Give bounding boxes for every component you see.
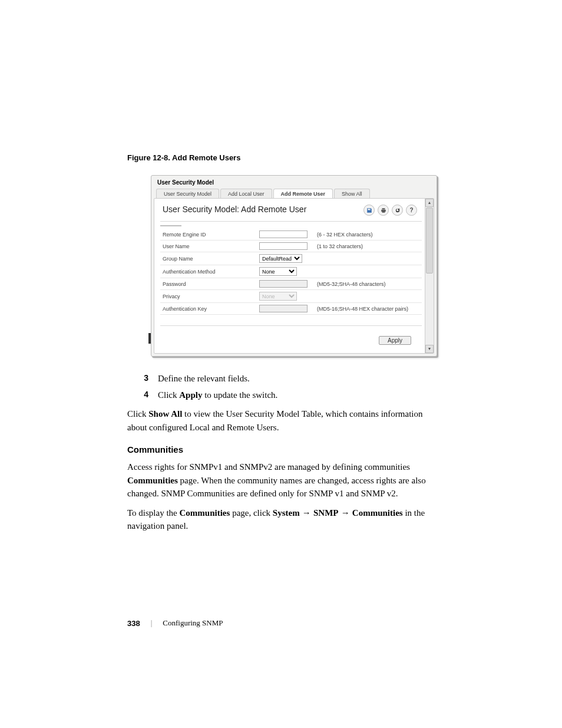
step-3-text: Define the relevant fields.	[158, 372, 250, 386]
communities-p2-b2: System	[273, 508, 300, 518]
page-heading: User Security Model: Add Remote User	[163, 205, 306, 214]
tab-user-security-model[interactable]: User Security Model	[156, 189, 219, 199]
row-group-name: Group Name DefaultRead	[160, 252, 422, 265]
step-3: 3 Define the relevant fields.	[127, 372, 435, 386]
apply-button[interactable]: Apply	[379, 336, 411, 345]
communities-p1-pre: Access rights for SNMPv1 and SNMPv2 are …	[127, 462, 410, 472]
after-steps-bold: Show All	[148, 409, 182, 419]
content-pane: ▴ ▾ User Security Model: Add Remote User	[154, 198, 434, 354]
label-privacy: Privacy	[160, 290, 257, 303]
row-remote-engine-id: Remote Engine ID (6 - 32 HEX characters)	[160, 229, 422, 241]
short-divider	[160, 225, 181, 226]
communities-p2-b1: Communities	[180, 508, 230, 518]
after-steps-para: Click Show All to view the User Security…	[127, 407, 435, 434]
save-icon[interactable]	[363, 205, 375, 216]
label-auth-key: Authentication Key	[160, 303, 257, 315]
page-footer: 338 | Configuring SNMP	[127, 618, 223, 628]
communities-p2-b4: Communities	[352, 508, 403, 518]
hint-remote-engine-id: (6 - 32 HEX characters)	[315, 229, 422, 241]
communities-p1-bold: Communities	[127, 476, 178, 485]
input-user-name[interactable]	[259, 242, 308, 250]
chevron-up-icon: ▴	[428, 200, 431, 205]
label-remote-engine-id: Remote Engine ID	[160, 229, 257, 241]
select-group-name[interactable]: DefaultRead	[259, 254, 302, 263]
label-group-name: Group Name	[160, 252, 257, 265]
screenshot: User Security Model User Security Model …	[151, 175, 438, 358]
input-auth-key[interactable]	[259, 305, 308, 312]
chapter-title: Configuring SNMP	[163, 618, 223, 628]
hint-password: (MD5-32;SHA-48 characters)	[315, 278, 422, 290]
toolbar: ?	[363, 205, 417, 216]
pane-inner: User Security Model: Add Remote User	[160, 203, 422, 348]
hint-auth-key: (MD5-16;SHA-48 HEX character pairs)	[315, 303, 422, 315]
communities-heading: Communities	[127, 444, 435, 454]
divider	[160, 325, 422, 326]
print-icon[interactable]	[378, 205, 389, 216]
page-number: 338	[127, 619, 140, 628]
chevron-down-icon: ▾	[428, 347, 431, 351]
refresh-icon[interactable]	[392, 205, 403, 216]
screenshot-panel: User Security Model User Security Model …	[151, 175, 437, 357]
communities-p2-mid1: page, click	[230, 508, 272, 518]
row-password: Password (MD5-32;SHA-48 characters)	[160, 278, 422, 290]
tab-add-local-user[interactable]: Add Local User	[220, 189, 272, 199]
steps: 3 Define the relevant fields. 4 Click Ap…	[127, 372, 435, 401]
select-privacy: None	[259, 292, 297, 301]
step-4: 4 Click Apply to update the switch.	[127, 388, 435, 402]
apply-bar: Apply	[379, 336, 411, 345]
footer-separator: |	[151, 618, 153, 628]
divider	[160, 221, 422, 222]
scroll-down-button[interactable]: ▾	[425, 345, 434, 353]
row-user-name: User Name (1 to 32 characters)	[160, 241, 422, 252]
tab-add-remote-user[interactable]: Add Remote User	[273, 189, 333, 199]
communities-para-2: To display the Communities page, click S…	[127, 506, 435, 533]
input-password[interactable]	[259, 280, 308, 288]
communities-p2-pre: To display the	[127, 508, 180, 518]
step-4-post: to update the switch.	[202, 390, 277, 400]
communities-p2-b3: SNMP	[313, 508, 339, 518]
form-table: Remote Engine ID (6 - 32 HEX characters)…	[160, 229, 422, 315]
help-icon[interactable]: ?	[406, 205, 417, 216]
input-remote-engine-id[interactable]	[259, 230, 308, 238]
row-auth-key: Authentication Key (MD5-16;SHA-48 HEX ch…	[160, 303, 422, 315]
tab-show-all[interactable]: Show All	[334, 189, 370, 199]
step-3-number: 3	[127, 372, 158, 386]
row-privacy: Privacy None	[160, 290, 422, 303]
label-password: Password	[160, 278, 257, 290]
communities-para-1: Access rights for SNMPv1 and SNMPv2 are …	[127, 460, 435, 500]
label-auth-method: Authentication Method	[160, 265, 257, 278]
scrollbar[interactable]: ▴ ▾	[425, 199, 434, 353]
arrow-icon: →	[339, 508, 352, 518]
scroll-thumb[interactable]	[426, 207, 433, 274]
step-4-pre: Click	[158, 390, 179, 400]
figure-caption: Figure 12-8. Add Remote Users	[127, 153, 435, 162]
scroll-up-button[interactable]: ▴	[425, 199, 434, 207]
step-4-bold: Apply	[179, 390, 202, 400]
hint-user-name: (1 to 32 characters)	[315, 241, 422, 252]
step-4-text: Click Apply to update the switch.	[158, 388, 277, 402]
panel-title: User Security Model	[157, 179, 214, 186]
select-auth-method[interactable]: None	[259, 267, 297, 276]
row-auth-method: Authentication Method None	[160, 265, 422, 278]
step-4-number: 4	[127, 388, 158, 402]
page: Figure 12-8. Add Remote Users User Secur…	[0, 0, 562, 728]
after-steps-pre: Click	[127, 409, 148, 419]
label-user-name: User Name	[160, 241, 257, 252]
arrow-icon: →	[300, 508, 313, 518]
tab-bar: User Security Model Add Local User Add R…	[156, 189, 371, 199]
